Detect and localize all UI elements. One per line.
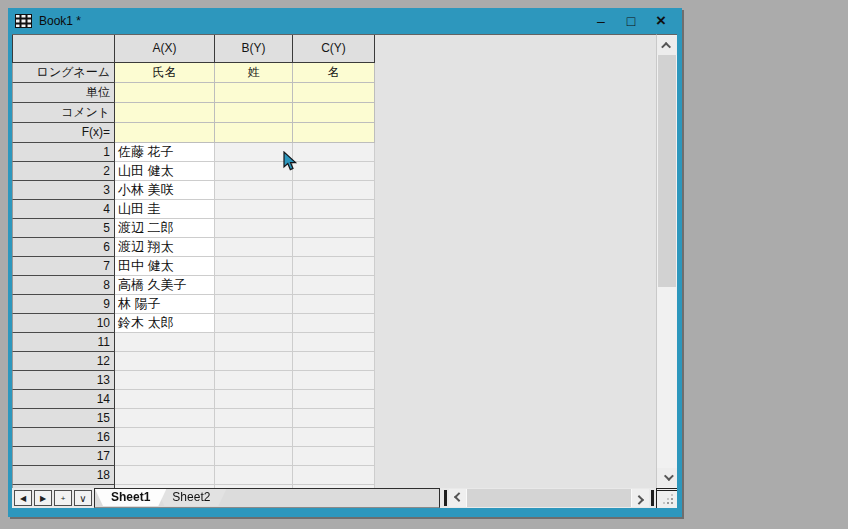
titlebar[interactable]: Book1 * – □ × [8,8,682,34]
cell-A-18[interactable] [115,466,215,485]
cell-B-2[interactable] [215,162,293,181]
cell-C-longname[interactable]: 名 [293,63,375,83]
pane-splitter[interactable] [444,490,447,506]
cell-A-16[interactable] [115,428,215,447]
cell-A-2[interactable]: 山田 健太 [115,162,215,181]
row-header-2[interactable]: 2 [12,162,115,181]
cell-C-12[interactable] [293,352,375,371]
row-header-16[interactable]: 16 [12,428,115,447]
row-header-13[interactable]: 13 [12,371,115,390]
cell-A-11[interactable] [115,333,215,352]
cell-C-fx[interactable] [293,123,375,143]
sheet-list-button[interactable]: ∨ [74,490,92,506]
row-header-11[interactable]: 11 [12,333,115,352]
cell-C-units[interactable] [293,83,375,103]
scroll-right-button[interactable] [632,489,649,507]
cell-C-3[interactable] [293,181,375,200]
row-header-14[interactable]: 14 [12,390,115,409]
cell-B-4[interactable] [215,200,293,219]
add-sheet-button[interactable]: + [54,490,72,506]
cell-B-6[interactable] [215,238,293,257]
cell-C-13[interactable] [293,371,375,390]
cell-B-15[interactable] [215,409,293,428]
scroll-down-button[interactable] [657,468,677,487]
cell-B-fx[interactable] [215,123,293,143]
row-header-5[interactable]: 5 [12,219,115,238]
column-header-B[interactable]: B(Y) [215,35,293,63]
cell-B-10[interactable] [215,314,293,333]
cell-C-7[interactable] [293,257,375,276]
cell-C-18[interactable] [293,466,375,485]
row-header-7[interactable]: 7 [12,257,115,276]
cell-B-7[interactable] [215,257,293,276]
cell-C-16[interactable] [293,428,375,447]
cell-A-17[interactable] [115,447,215,466]
cell-A-12[interactable] [115,352,215,371]
row-label-units[interactable]: 単位 [12,83,115,103]
cell-A-1[interactable]: 佐藤 花子 [115,143,215,162]
cell-C-8[interactable] [293,276,375,295]
cell-A-units[interactable] [115,83,215,103]
cell-B-18[interactable] [215,466,293,485]
row-label-comments[interactable]: コメント [12,103,115,123]
minimize-button[interactable]: – [586,8,616,34]
horizontal-scrollbar[interactable] [449,489,649,507]
cell-B-1[interactable] [215,143,293,162]
cell-C-2[interactable] [293,162,375,181]
sheet-tab-sheet2[interactable]: Sheet2 [156,489,226,506]
cell-C-4[interactable] [293,200,375,219]
corner-cell[interactable] [12,35,115,63]
cell-B-3[interactable] [215,181,293,200]
cell-B-11[interactable] [215,333,293,352]
cell-C-9[interactable] [293,295,375,314]
row-header-18[interactable]: 18 [12,466,115,485]
row-header-12[interactable]: 12 [12,352,115,371]
cell-A-comments[interactable] [115,103,215,123]
cell-C-11[interactable] [293,333,375,352]
horizontal-scrollbar-thumb[interactable] [466,489,632,507]
cell-C-5[interactable] [293,219,375,238]
cell-A-fx[interactable] [115,123,215,143]
cell-A-4[interactable]: 山田 圭 [115,200,215,219]
row-header-1[interactable]: 1 [12,143,115,162]
cell-A-5[interactable]: 渡辺 二郎 [115,219,215,238]
cell-A-longname[interactable]: 氏名 [115,63,215,83]
resize-grip[interactable] [656,488,677,508]
cell-B-8[interactable] [215,276,293,295]
row-header-4[interactable]: 4 [12,200,115,219]
cell-C-14[interactable] [293,390,375,409]
cell-C-17[interactable] [293,447,375,466]
row-header-6[interactable]: 6 [12,238,115,257]
cell-C-6[interactable] [293,238,375,257]
column-header-A[interactable]: A(X) [115,35,215,63]
cell-C-comments[interactable] [293,103,375,123]
cell-A-15[interactable] [115,409,215,428]
pane-splitter[interactable] [651,490,654,506]
cell-B-12[interactable] [215,352,293,371]
vertical-scrollbar-thumb[interactable] [658,55,676,287]
row-header-10[interactable]: 10 [12,314,115,333]
cell-C-15[interactable] [293,409,375,428]
scroll-left-button[interactable] [449,489,466,507]
scroll-tabs-right-button[interactable]: ▶ [34,490,52,506]
cell-A-8[interactable]: 高橋 久美子 [115,276,215,295]
maximize-button[interactable]: □ [616,8,646,34]
row-header-9[interactable]: 9 [12,295,115,314]
cell-B-9[interactable] [215,295,293,314]
cell-C-10[interactable] [293,314,375,333]
close-button[interactable]: × [646,8,676,34]
cell-B-13[interactable] [215,371,293,390]
sheet-tab-sheet1[interactable]: Sheet1 [95,489,166,506]
cell-B-5[interactable] [215,219,293,238]
cell-A-3[interactable]: 小林 美咲 [115,181,215,200]
row-header-17[interactable]: 17 [12,447,115,466]
cell-B-longname[interactable]: 姓 [215,63,293,83]
column-header-C[interactable]: C(Y) [293,35,375,63]
row-header-3[interactable]: 3 [12,181,115,200]
row-header-15[interactable]: 15 [12,409,115,428]
scroll-tabs-left-button[interactable]: ◀ [14,490,32,506]
cell-A-10[interactable]: 鈴木 太郎 [115,314,215,333]
cell-B-16[interactable] [215,428,293,447]
cell-C-1[interactable] [293,143,375,162]
cell-A-13[interactable] [115,371,215,390]
